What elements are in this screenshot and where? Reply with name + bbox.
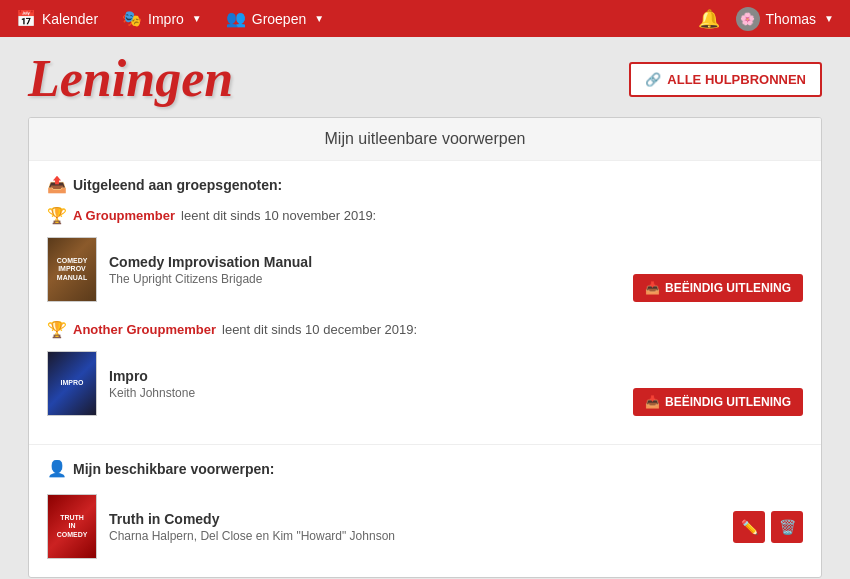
book-cover-1: IMPRO — [47, 351, 97, 416]
main-card-title: Mijn uitleenbare voorwerpen — [29, 118, 821, 161]
page-wrapper: Leningen 🔗 ALLE HULPBRONNEN Mijn uitleen… — [0, 37, 850, 579]
book-meta-1: Impro Keith Johnstone — [109, 368, 195, 400]
loan-book-row-0: COMEDYIMPROVMANUAL Comedy Improvisation … — [47, 233, 803, 306]
available-book-title-0: Truth in Comedy — [109, 511, 395, 527]
navbar-left: 📅 Kalender 🎭 Impro ▼ 👥 Groepen ▼ — [16, 9, 698, 28]
available-section: 👤 Mijn beschikbare voorwerpen: TRUTHINCO… — [29, 445, 821, 577]
nav-label-groepen: Groepen — [252, 11, 306, 27]
borrower-trophy-icon-1: 🏆 — [47, 320, 67, 339]
nav-item-kalender[interactable]: 📅 Kalender — [16, 9, 98, 28]
loan-item-1: 🏆 Another Groupmember leent dit sinds 10… — [47, 320, 803, 420]
book-cover-0: COMEDYIMPROVMANUAL — [47, 237, 97, 302]
user-name: Thomas — [766, 11, 817, 27]
delete-item-button-0[interactable]: 🗑️ — [771, 511, 803, 543]
book-cover-text-1: IMPRO — [59, 377, 86, 389]
nav-item-groepen[interactable]: 👥 Groepen ▼ — [226, 9, 324, 28]
nav-item-impro[interactable]: 🎭 Impro ▼ — [122, 9, 202, 28]
book-title-1: Impro — [109, 368, 195, 384]
available-section-icon: 👤 — [47, 459, 67, 478]
borrower-1: 🏆 Another Groupmember leent dit sinds 10… — [47, 320, 803, 339]
impro-icon: 🎭 — [122, 9, 142, 28]
end-loan-icon-0: 📥 — [645, 281, 660, 295]
book-meta-0: Comedy Improvisation Manual The Upright … — [109, 254, 312, 286]
available-item-info-0: TRUTHINCOMEDY Truth in Comedy Charna Hal… — [47, 494, 395, 559]
user-dropdown-arrow: ▼ — [824, 13, 834, 24]
borrower-suffix-1: leent dit sinds 10 december 2019: — [222, 322, 417, 337]
groups-icon: 👥 — [226, 9, 246, 28]
borrower-name-0: A Groupmember — [73, 208, 175, 223]
end-loan-button-1[interactable]: 📥 BEËINDIG UITLENING — [633, 388, 803, 416]
groepen-dropdown-arrow: ▼ — [314, 13, 324, 24]
all-resources-button[interactable]: 🔗 ALLE HULPBRONNEN — [629, 62, 822, 97]
available-book-cover-0: TRUTHINCOMEDY — [47, 494, 97, 559]
available-section-heading: Mijn beschikbare voorwerpen: — [73, 461, 275, 477]
all-resources-icon: 🔗 — [645, 72, 661, 87]
end-loan-button-0[interactable]: 📥 BEËINDIG UITLENING — [633, 274, 803, 302]
end-loan-label-0: BEËINDIG UITLENING — [665, 281, 791, 295]
loan-book-info-0: COMEDYIMPROVMANUAL Comedy Improvisation … — [47, 237, 312, 302]
lent-section: 📤 Uitgeleend aan groepsgenoten: 🏆 A Grou… — [29, 161, 821, 445]
loan-item-0: 🏆 A Groupmember leent dit sinds 10 novem… — [47, 206, 803, 306]
borrower-trophy-icon-0: 🏆 — [47, 206, 67, 225]
loan-book-row-1: IMPRO Impro Keith Johnstone 📥 BEËINDIG U… — [47, 347, 803, 420]
book-cover-text-0: COMEDYIMPROVMANUAL — [55, 255, 90, 284]
action-buttons-0: ✏️ 🗑️ — [733, 511, 803, 543]
borrower-name-1: Another Groupmember — [73, 322, 216, 337]
avatar: 🌸 — [736, 7, 760, 31]
impro-dropdown-arrow: ▼ — [192, 13, 202, 24]
borrower-0: 🏆 A Groupmember leent dit sinds 10 novem… — [47, 206, 803, 225]
edit-item-button-0[interactable]: ✏️ — [733, 511, 765, 543]
end-loan-label-1: BEËINDIG UITLENING — [665, 395, 791, 409]
available-book-author-0: Charna Halpern, Del Close en Kim "Howard… — [109, 529, 395, 543]
book-title-0: Comedy Improvisation Manual — [109, 254, 312, 270]
lent-section-icon: 📤 — [47, 175, 67, 194]
nav-label-kalender: Kalender — [42, 11, 98, 27]
notification-bell-icon[interactable]: 🔔 — [698, 8, 720, 30]
available-item-0: TRUTHINCOMEDY Truth in Comedy Charna Hal… — [47, 490, 803, 563]
navbar-right: 🔔 🌸 Thomas ▼ — [698, 7, 834, 31]
available-book-meta-0: Truth in Comedy Charna Halpern, Del Clos… — [109, 511, 395, 543]
borrower-suffix-0: leent dit sinds 10 november 2019: — [181, 208, 376, 223]
header-row: Leningen 🔗 ALLE HULPBRONNEN — [28, 53, 822, 105]
calendar-icon: 📅 — [16, 9, 36, 28]
end-loan-icon-1: 📥 — [645, 395, 660, 409]
loan-book-info-1: IMPRO Impro Keith Johnstone — [47, 351, 195, 416]
book-author-0: The Upright Citizens Brigade — [109, 272, 312, 286]
nav-label-impro: Impro — [148, 11, 184, 27]
user-menu[interactable]: 🌸 Thomas ▼ — [736, 7, 834, 31]
navbar: 📅 Kalender 🎭 Impro ▼ 👥 Groepen ▼ 🔔 🌸 Tho… — [0, 0, 850, 37]
lent-section-title: 📤 Uitgeleend aan groepsgenoten: — [47, 175, 803, 194]
main-card: Mijn uitleenbare voorwerpen 📤 Uitgeleend… — [28, 117, 822, 578]
book-author-1: Keith Johnstone — [109, 386, 195, 400]
avatar-icon: 🌸 — [740, 12, 755, 26]
lent-section-heading: Uitgeleend aan groepsgenoten: — [73, 177, 282, 193]
available-book-cover-text-0: TRUTHINCOMEDY — [55, 512, 90, 541]
page-logo: Leningen — [28, 53, 233, 105]
all-resources-label: ALLE HULPBRONNEN — [667, 72, 806, 87]
available-section-title: 👤 Mijn beschikbare voorwerpen: — [47, 459, 803, 478]
